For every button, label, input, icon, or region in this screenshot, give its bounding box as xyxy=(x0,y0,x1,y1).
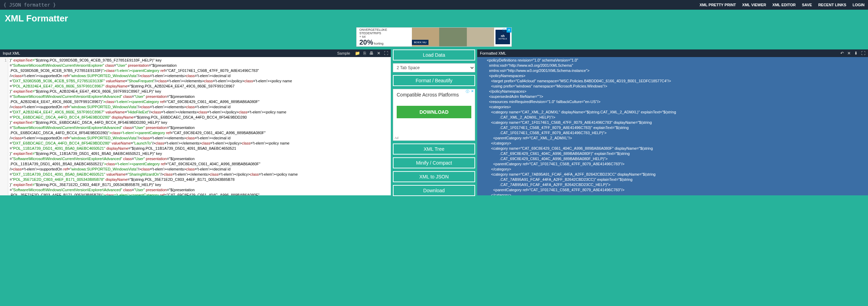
ad-sq-download-button[interactable]: DOWNLOAD xyxy=(397,106,471,118)
clear-icon[interactable]: ✕ xyxy=(377,51,380,56)
nav-xml-editor[interactable]: XML EDITOR xyxy=(772,3,795,7)
fullscreen-output-icon[interactable]: ⛶ xyxy=(861,51,865,56)
ad-line1: ONVERGETELIJKE STEDENTRIPS xyxy=(359,28,409,35)
formatted-editor[interactable]: 1234567891011121314151617181920212223 <p… xyxy=(477,57,868,195)
ad-sq-close-icon[interactable]: ✕ xyxy=(470,89,475,94)
logo[interactable]: { JSON formatter } xyxy=(3,2,56,8)
input-editor[interactable]: 1 )" explainText="$(string.POL_9208D50B_… xyxy=(0,57,391,195)
input-panel-header: Input XML Sample 📁 ⎘ 🖶 ✕ ⛶ xyxy=(0,49,391,57)
minify-button[interactable]: Minify / Compact xyxy=(393,157,475,168)
ad-box[interactable]: ONVERGETELIJKE STEDENTRIPS + tot 20% kor… xyxy=(356,27,512,47)
fullscreen-icon[interactable]: ⛶ xyxy=(384,51,388,56)
nav-xml-viewer[interactable]: XML VIEWER xyxy=(742,3,766,7)
page-title: XML Formatter xyxy=(0,10,868,26)
nav-login[interactable]: LOGIN xyxy=(852,3,865,7)
xml-to-json-button[interactable]: XML to JSON xyxy=(393,171,475,182)
clear-output-icon[interactable]: ✕ xyxy=(847,51,851,56)
load-data-button[interactable]: Load Data xyxy=(393,49,475,61)
print-icon[interactable]: 🖶 xyxy=(369,51,374,56)
ad-percent: 20% xyxy=(359,38,373,46)
format-button[interactable]: Format / Beautify xyxy=(393,75,475,86)
sample-link[interactable]: Sample xyxy=(337,51,350,55)
input-panel-title: Input XML xyxy=(3,51,20,55)
ad-square[interactable]: ⓘ ✕ Compatible Across Platforms DOWNLOAD… xyxy=(393,89,475,141)
ad-line2: + tot xyxy=(359,35,409,38)
tab-space-select[interactable]: 2 Tab Space xyxy=(393,63,475,72)
open-file-icon[interactable]: 📁 xyxy=(355,51,360,56)
ad-banner-top: ONVERGETELIJKE STEDENTRIPS + tot 20% kor… xyxy=(0,26,868,49)
ad-sub: korting xyxy=(374,42,384,45)
main: Input XML Sample 📁 ⎘ 🖶 ✕ ⛶ 1 )" explainT… xyxy=(0,49,868,196)
download-button[interactable]: Download xyxy=(393,185,475,196)
formatted-panel: Formatted XML ↶ ✕ ⬇ ⛶ 123456789101112131… xyxy=(477,49,868,196)
ad-sq-title: Compatible Across Platforms xyxy=(397,92,471,98)
ad-sq-label: Ad xyxy=(395,136,398,140)
ad-sq-info-icon[interactable]: ⓘ xyxy=(465,89,470,94)
top-nav: XML PRETTY PRINT XML VIEWER XML EDITOR S… xyxy=(699,3,865,7)
nav-recent-links[interactable]: RECENT LINKS xyxy=(818,3,846,7)
nav-save[interactable]: SAVE xyxy=(802,3,812,7)
topbar: { JSON formatter } XML PRETTY PRINT XML … xyxy=(0,0,868,10)
ad-close-icon[interactable]: ✕ xyxy=(507,28,511,33)
nav-pretty-print[interactable]: XML PRETTY PRINT xyxy=(699,3,736,7)
copy-icon[interactable]: ⎘ xyxy=(364,51,366,56)
formatted-panel-header: Formatted XML ↶ ✕ ⬇ ⛶ xyxy=(477,49,868,57)
ad-info-icon[interactable]: ⓘ xyxy=(502,28,507,33)
formatted-panel-title: Formatted XML xyxy=(480,51,506,55)
input-panel: Input XML Sample 📁 ⎘ 🖶 ✕ ⛶ 1 )" explainT… xyxy=(0,49,391,196)
download-output-icon[interactable]: ⬇ xyxy=(854,51,858,56)
middle-actions: Load Data 2 Tab Space Format / Beautify … xyxy=(391,49,477,196)
xml-tree-button[interactable]: XML Tree xyxy=(393,143,475,155)
back-icon[interactable]: ↶ xyxy=(840,51,844,56)
ad-cta-button[interactable]: BOEK NU xyxy=(412,40,428,45)
